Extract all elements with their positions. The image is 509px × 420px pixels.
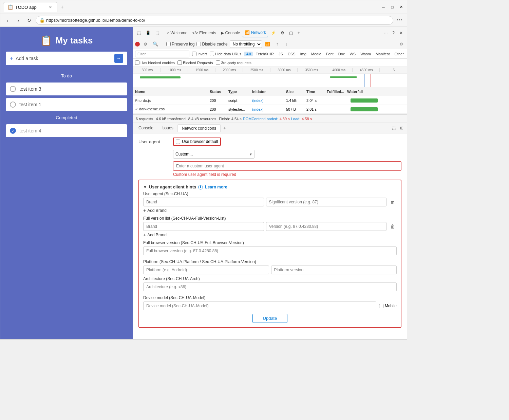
device-emulation-button[interactable]: 📱	[144, 29, 153, 37]
tab-elements[interactable]: </> Elements	[190, 29, 218, 37]
new-tab-button[interactable]: +	[57, 2, 67, 12]
delete-brand-button-1[interactable]: 🗑	[389, 198, 397, 206]
header-name[interactable]: Name	[133, 90, 208, 94]
header-fulfilled[interactable]: Fulfilled...	[325, 90, 345, 94]
header-type[interactable]: Type	[226, 90, 250, 94]
uach-info-icon[interactable]: ℹ	[198, 185, 203, 189]
third-party-label[interactable]: 3rd-party requests	[216, 60, 251, 65]
invert-checkbox[interactable]	[192, 52, 196, 56]
tab-network[interactable]: 📶 Network	[243, 29, 268, 37]
header-time[interactable]: Time	[304, 90, 325, 94]
add-brand-button-1[interactable]: + Add Brand	[143, 208, 397, 213]
update-button[interactable]: Update	[252, 314, 288, 323]
uach-learn-more-link[interactable]: Learn more	[205, 185, 227, 189]
third-party-checkbox[interactable]	[216, 60, 220, 65]
cell-initiator[interactable]: (index)	[250, 98, 284, 103]
mobile-label[interactable]: Mobile	[379, 304, 397, 308]
header-waterfall[interactable]: Waterfall	[345, 90, 407, 94]
disable-cache-checkbox[interactable]	[196, 42, 201, 46]
filter-doc-button[interactable]: Doc	[336, 52, 347, 56]
close-window-button[interactable]: ✕	[398, 4, 404, 10]
tab-welcome[interactable]: ⌂ Welcome	[165, 29, 189, 37]
preserve-log-label[interactable]: Preserve log	[166, 42, 194, 47]
filter-css-button[interactable]: CSS	[286, 52, 298, 56]
close-panel-button[interactable]: ⊞	[398, 124, 406, 132]
filter-font-button[interactable]: Font	[324, 52, 336, 56]
tab-close-button[interactable]: ✕	[48, 4, 53, 10]
clear-button[interactable]: ⊘	[142, 40, 149, 48]
brand-input-2[interactable]	[143, 222, 264, 231]
task-checkbox[interactable]	[10, 102, 16, 108]
download-icon-button[interactable]: ↓	[283, 40, 290, 48]
header-size[interactable]: Size	[284, 90, 304, 94]
filter-ws-button[interactable]: WS	[347, 52, 358, 56]
maximize-button[interactable]: □	[389, 4, 395, 10]
full-browser-version-input[interactable]	[143, 246, 397, 255]
filter-media-button[interactable]: Media	[309, 52, 323, 56]
tab-performance[interactable]: ⚡	[269, 29, 278, 37]
platform-input[interactable]	[143, 266, 269, 274]
blocked-requests-label[interactable]: Blocked Requests	[177, 60, 213, 65]
tab-application[interactable]: ▢	[287, 29, 295, 37]
browser-tab[interactable]: 📋 TODO app ✕	[3, 2, 57, 12]
task-checkbox-checked[interactable]: ✓	[10, 128, 16, 134]
devtools-help-button[interactable]: ?	[390, 29, 397, 37]
filter-manifest-button[interactable]: Manifest	[374, 52, 392, 56]
filter-other-button[interactable]: Other	[392, 52, 406, 56]
detach-panel-button[interactable]: ⬚	[390, 124, 397, 132]
tab-issues-bottom[interactable]: Issues	[157, 124, 177, 132]
task-item[interactable]: test item 1	[6, 98, 127, 111]
tab-console[interactable]: ▶ Console	[219, 29, 242, 37]
refresh-button[interactable]: ↻	[25, 16, 34, 25]
filter-wasm-button[interactable]: Wasm	[358, 52, 373, 56]
delete-brand-button-2[interactable]: 🗑	[389, 222, 397, 231]
task-checkbox[interactable]	[10, 86, 16, 92]
network-search-button[interactable]: 🔍	[151, 40, 160, 48]
add-task-submit-button[interactable]: →	[114, 54, 123, 63]
upload-icon-button[interactable]: ↑	[274, 40, 281, 48]
invert-label[interactable]: Invert	[192, 52, 207, 56]
devtools-more-button[interactable]: ···	[382, 29, 390, 37]
forward-button[interactable]: ›	[14, 16, 23, 25]
architecture-input[interactable]	[143, 282, 397, 291]
throttling-select[interactable]: No throttling	[230, 40, 262, 48]
task-item[interactable]: test item 3	[6, 83, 127, 95]
version-input-1[interactable]	[266, 198, 387, 206]
filter-js-button[interactable]: JS	[277, 52, 285, 56]
blocked-cookies-label[interactable]: Has blocked cookies	[135, 60, 175, 65]
mobile-checkbox[interactable]	[379, 304, 383, 308]
split-button[interactable]: ⬚	[153, 29, 161, 37]
address-bar[interactable]: 🔒 https://microsoftedge.github.io/Demos/…	[36, 16, 393, 25]
devtools-close-button[interactable]: ✕	[397, 29, 405, 37]
add-tab-button[interactable]: +	[296, 29, 302, 37]
hide-data-urls-label[interactable]: Hide data URLs	[210, 52, 242, 56]
network-settings-button[interactable]: ⚙	[397, 40, 405, 48]
add-task-bar[interactable]: + Add a task →	[6, 52, 127, 65]
task-item-completed[interactable]: ✓ test item 4	[6, 124, 127, 137]
blocked-cookies-checkbox[interactable]	[135, 60, 139, 65]
hide-data-urls-checkbox[interactable]	[210, 52, 214, 56]
custom-ua-select[interactable]: Custom...	[173, 150, 254, 159]
record-button[interactable]	[135, 42, 140, 47]
more-options-button[interactable]: ···	[395, 16, 404, 25]
cell-initiator[interactable]: (index)	[250, 107, 284, 111]
uach-collapse-icon[interactable]: ▼	[143, 185, 147, 189]
tab-settings[interactable]: ⚙	[279, 29, 286, 37]
minimize-button[interactable]: ─	[380, 4, 387, 10]
brand-input-1[interactable]	[143, 198, 264, 206]
inspect-element-button[interactable]: ⬚	[135, 29, 143, 37]
blocked-requests-checkbox[interactable]	[177, 60, 182, 65]
platform-version-input[interactable]	[271, 266, 397, 274]
header-initiator[interactable]: Initiator	[250, 90, 284, 94]
wifi-icon-button[interactable]: 📶	[264, 40, 271, 48]
header-status[interactable]: Status	[208, 90, 226, 94]
tab-network-conditions-bottom[interactable]: Network conditions	[177, 124, 221, 132]
custom-ua-input[interactable]	[173, 161, 401, 171]
back-button[interactable]: ‹	[3, 16, 12, 25]
device-model-input[interactable]	[143, 302, 376, 310]
filter-all-button[interactable]: All	[244, 52, 253, 56]
filter-input[interactable]	[135, 51, 189, 57]
use-browser-default-checkbox[interactable]	[176, 140, 180, 144]
filter-fetch-xhr-button[interactable]: Fetch/XHR	[253, 52, 276, 56]
table-row[interactable]: ✓ dark-theme.css 200 styleshe... (index)…	[133, 105, 407, 114]
